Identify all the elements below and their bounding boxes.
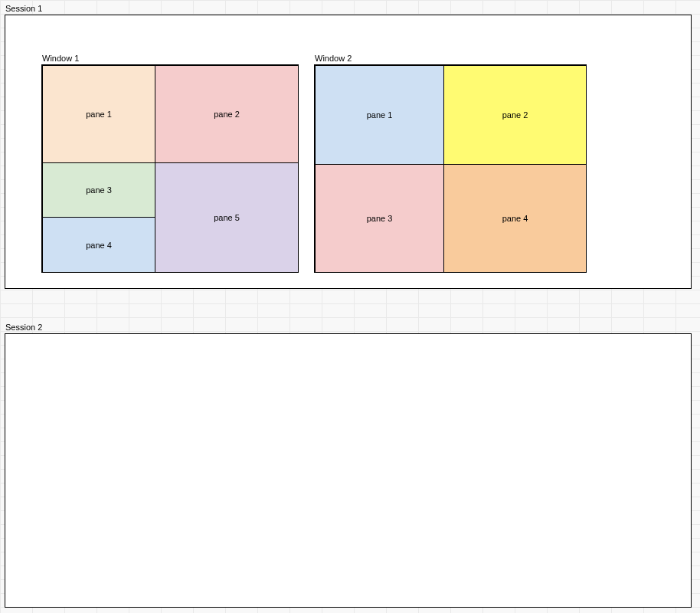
pane-label: pane 1: [367, 110, 393, 120]
window-2: Window 2 pane 1 pane 2 pane 3 pane 4: [314, 64, 587, 273]
w1-pane-1: pane 1: [42, 65, 155, 163]
w1-pane-4: pane 4: [42, 217, 155, 273]
pane-label: pane 3: [86, 185, 112, 195]
pane-label: pane 2: [214, 110, 240, 119]
window-2-label: Window 2: [315, 54, 352, 63]
pane-label: pane 2: [502, 110, 528, 120]
w2-pane-4: pane 4: [443, 164, 587, 273]
pane-label: pane 1: [86, 110, 112, 119]
pane-label: pane 5: [214, 213, 240, 222]
pane-label: pane 4: [86, 241, 112, 250]
pane-label: pane 3: [367, 214, 393, 223]
w2-pane-2: pane 2: [443, 65, 587, 165]
w2-pane-3: pane 3: [315, 164, 444, 273]
session-1-label: Session 1: [5, 4, 42, 13]
window-1-label: Window 1: [42, 54, 79, 63]
pane-label: pane 4: [502, 214, 528, 223]
w1-pane-5: pane 5: [155, 162, 299, 273]
session-1: Session 1 Window 1 pane 1 pane 2 pane 3 …: [5, 15, 692, 289]
window-1: Window 1 pane 1 pane 2 pane 3 pane 4 pan…: [41, 64, 299, 273]
session-2-label: Session 2: [5, 323, 42, 332]
w2-pane-1: pane 1: [315, 65, 444, 165]
w1-pane-2: pane 2: [155, 65, 299, 163]
w1-pane-3: pane 3: [42, 162, 155, 218]
session-2: Session 2: [5, 333, 692, 608]
